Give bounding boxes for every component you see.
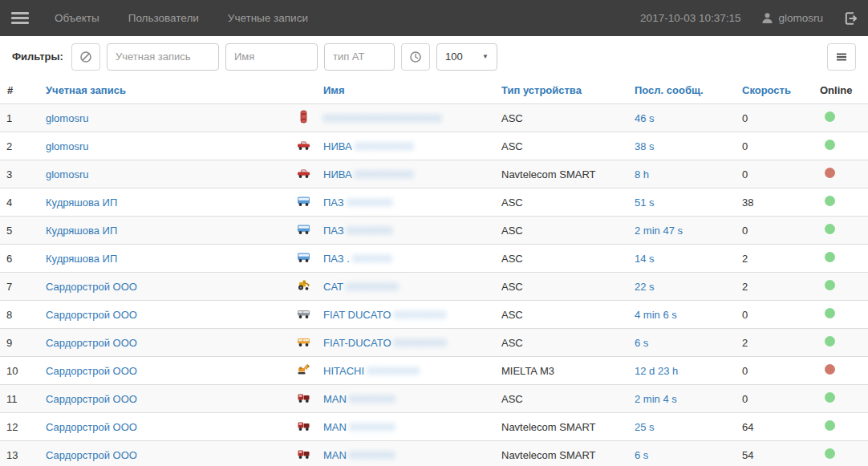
filter-account-input[interactable] bbox=[107, 43, 219, 71]
device-type-cell: ASC bbox=[495, 273, 628, 301]
list-menu-icon bbox=[835, 51, 848, 63]
table-row: 2glomosruНИВА 000000000ASC38 s0 bbox=[0, 132, 868, 160]
account-link[interactable]: Кудряшова ИП bbox=[46, 225, 117, 237]
last-message-link[interactable]: 38 s bbox=[635, 140, 655, 152]
last-message-link[interactable]: 4 min 6 s bbox=[635, 309, 677, 321]
user-menu[interactable]: glomosru bbox=[761, 12, 823, 24]
object-name-link[interactable]: CAT 00000000 bbox=[323, 281, 399, 293]
account-link[interactable]: Сардорстрой ООО bbox=[46, 421, 137, 433]
current-datetime: 2017-10-03 10:37:15 bbox=[640, 12, 740, 24]
logout-icon[interactable] bbox=[844, 11, 858, 26]
page-size-select[interactable]: 100 ▼ bbox=[436, 43, 497, 71]
row-number: 8 bbox=[0, 301, 39, 329]
table-row: 9Сардорстрой ОООFIAT-DUCATO 00000000ASC6… bbox=[0, 329, 868, 357]
last-message-link[interactable]: 25 s bbox=[635, 421, 655, 433]
online-status-dot bbox=[825, 364, 835, 375]
speed-cell: 54 bbox=[736, 441, 813, 466]
last-message-link[interactable]: 14 s bbox=[635, 253, 655, 265]
account-link[interactable]: Сардорстрой ООО bbox=[46, 393, 137, 405]
last-message-link[interactable]: 22 s bbox=[635, 281, 655, 293]
object-name-link[interactable]: HITACHI 00000000 bbox=[323, 365, 420, 377]
object-name-link[interactable]: FIAT-DUCATO 00000000 bbox=[323, 337, 447, 349]
speed-cell: 0 bbox=[736, 132, 813, 160]
account-link[interactable]: Сардорстрой ООО bbox=[46, 449, 137, 461]
last-message-link[interactable]: 51 s bbox=[635, 197, 655, 209]
last-message-link[interactable]: 2 min 4 s bbox=[635, 393, 677, 405]
table-row: 3glomosruНИВА 000000000Navtelecom SMART8… bbox=[0, 160, 868, 188]
row-number: 3 bbox=[0, 160, 39, 188]
speed-cell: 64 bbox=[736, 413, 813, 441]
row-number: 12 bbox=[0, 413, 39, 441]
table-menu-button[interactable] bbox=[827, 43, 856, 71]
object-name-link[interactable]: 000000000000000000 bbox=[323, 112, 442, 124]
online-status-dot bbox=[825, 224, 835, 234]
header-vehicle-icon bbox=[290, 77, 317, 104]
device-type-cell: ASC bbox=[495, 245, 628, 273]
row-number: 6 bbox=[0, 245, 39, 273]
account-link[interactable]: Кудряшова ИП bbox=[46, 253, 117, 265]
header-name[interactable]: Имя bbox=[317, 77, 495, 104]
object-name-link[interactable]: НИВА 000000000 bbox=[323, 140, 414, 152]
filter-device-type-input[interactable] bbox=[324, 43, 395, 71]
device-type-cell: ASC bbox=[495, 217, 628, 245]
object-name-link[interactable]: MAN 0000000 bbox=[323, 449, 395, 461]
account-link[interactable]: Кудряшова ИП bbox=[46, 197, 117, 209]
redacted-name-text: 00000000 bbox=[394, 309, 447, 321]
device-type-cell: ASC bbox=[495, 329, 628, 357]
header-last-msg[interactable]: Посл. сообщ. bbox=[628, 77, 736, 104]
header-speed[interactable]: Скорость bbox=[736, 77, 813, 104]
account-link[interactable]: Сардорстрой ООО bbox=[46, 309, 137, 321]
speed-cell: 2 bbox=[736, 245, 813, 273]
object-name-link[interactable]: FIAT DUCATO 00000000 bbox=[323, 309, 447, 321]
header-device-type[interactable]: Тип устройства bbox=[495, 77, 628, 104]
van-gray-vehicle-icon bbox=[297, 306, 310, 320]
nav-item-objects[interactable]: Объекты bbox=[40, 0, 114, 36]
table-row: 12Сардорстрой ОООMAN 0000000Navtelecom S… bbox=[0, 413, 868, 441]
clock-icon bbox=[409, 51, 422, 63]
object-name-link[interactable]: ПАЗ . 000000 bbox=[323, 253, 392, 265]
redacted-name-text: 00000000 bbox=[367, 365, 420, 377]
account-link[interactable]: Сардорстрой ООО bbox=[46, 337, 137, 349]
last-message-link[interactable]: 6 s bbox=[635, 449, 648, 461]
last-message-link[interactable]: 12 d 23 h bbox=[635, 365, 678, 377]
filters-label: Фильтры: bbox=[12, 51, 63, 63]
object-name-link[interactable]: НИВА 000000000 bbox=[323, 168, 414, 180]
nav-item-users[interactable]: Пользователи bbox=[114, 0, 213, 36]
online-status-dot bbox=[825, 168, 835, 178]
redacted-name-text: 000000000 bbox=[355, 140, 414, 152]
speed-cell: 0 bbox=[736, 217, 813, 245]
speed-cell: 0 bbox=[736, 104, 813, 132]
redacted-name-text: 0000000 bbox=[347, 225, 393, 237]
menu-hamburger-icon[interactable] bbox=[11, 10, 29, 27]
clear-filters-button[interactable] bbox=[71, 43, 100, 71]
speed-cell: 0 bbox=[736, 160, 813, 188]
last-message-link[interactable]: 6 s bbox=[635, 337, 648, 349]
object-name-link[interactable]: MAN 0000000 bbox=[323, 421, 395, 433]
last-message-link[interactable]: 2 min 47 s bbox=[635, 225, 683, 237]
object-name-link[interactable]: ПАЗ 0000000 bbox=[323, 225, 393, 237]
last-message-link[interactable]: 46 s bbox=[635, 112, 655, 124]
account-link[interactable]: glomosru bbox=[46, 168, 88, 180]
account-link[interactable]: Сардорстрой ООО bbox=[46, 365, 137, 377]
account-link[interactable]: glomosru bbox=[46, 112, 88, 124]
table-row: 11Сардорстрой ОООMAN 0000000ASC2 min 4 s… bbox=[0, 385, 868, 413]
nav-item-accounts[interactable]: Учетные записи bbox=[213, 0, 322, 36]
object-name-link[interactable]: ПАЗ 0000000 bbox=[323, 197, 393, 209]
header-account[interactable]: Учетная запись bbox=[39, 77, 290, 104]
speed-cell: 0 bbox=[736, 385, 813, 413]
car-red-vehicle-icon bbox=[297, 166, 310, 180]
time-filter-button[interactable] bbox=[401, 43, 430, 71]
redacted-name-text: 000000 bbox=[353, 253, 392, 265]
filter-name-input[interactable] bbox=[225, 43, 318, 71]
object-name-link[interactable]: MAN 0000000 bbox=[323, 393, 395, 405]
table-row: 1glomosru000000000000000000ASC46 s0 bbox=[0, 104, 868, 132]
accounts-table: # Учетная запись Имя Тип устройства Посл… bbox=[0, 77, 868, 466]
truck-red-vehicle-icon bbox=[297, 447, 310, 460]
account-link[interactable]: glomosru bbox=[46, 140, 88, 152]
bus-blue-vehicle-icon bbox=[297, 222, 310, 236]
van-yellow-vehicle-icon bbox=[297, 334, 310, 348]
last-message-link[interactable]: 8 h bbox=[635, 168, 649, 180]
account-link[interactable]: Сардорстрой ООО bbox=[46, 281, 137, 293]
speed-cell: 38 bbox=[736, 188, 813, 217]
table-row: 10Сардорстрой ОООHITACHI 00000000MIELTA … bbox=[0, 357, 868, 385]
